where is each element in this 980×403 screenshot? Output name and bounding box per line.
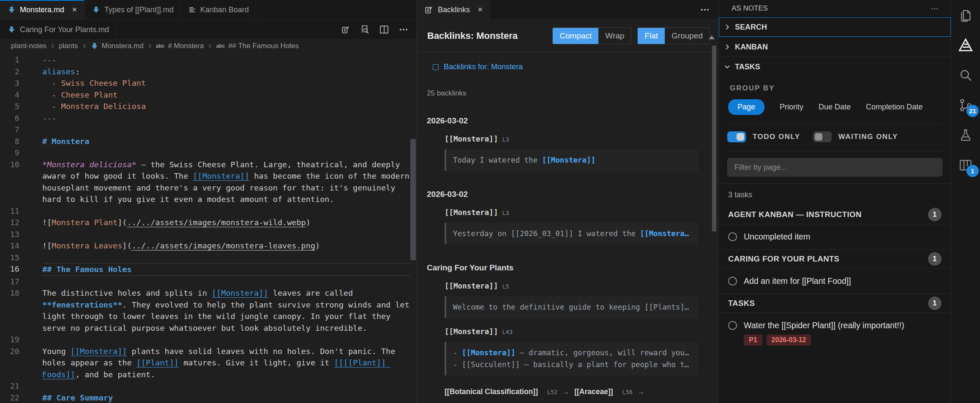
code-line-16[interactable]: 16## The Famous Holes (0, 263, 416, 276)
line-number: 10 (0, 159, 19, 205)
backlinks-for-link[interactable]: Backlinks for: Monstera (433, 63, 708, 71)
breadcrumb-item-monstera-md[interactable]: Monstera.md (102, 42, 144, 50)
code-line-8[interactable]: 8# Monstera (0, 136, 416, 147)
backlink-item[interactable]: [[Monstera]]L43 (445, 327, 708, 336)
close-icon[interactable]: ✕ (72, 6, 77, 14)
backlink-item[interactable]: [[Monstera]]L5 (445, 282, 708, 290)
toggle-todo-only[interactable] (727, 131, 746, 142)
source-control-graph-icon[interactable]: 21 (956, 96, 975, 114)
code-line-2[interactable]: 2aliases: (0, 66, 416, 78)
as-notes-logo[interactable] (956, 36, 975, 54)
code-line-20[interactable]: 20Young [[Monstera]] plants have solid l… (0, 346, 416, 381)
code-line-12[interactable]: 12![Monstera Plant](../../assets/images/… (0, 217, 416, 229)
task-item[interactable]: Water the [[Spider Plant]] (really impor… (719, 313, 951, 348)
backlink-item[interactable]: [[Monstera]]L3 (445, 135, 708, 143)
toggle-compact[interactable]: Compact (553, 28, 598, 44)
code-line-19[interactable]: 19 (0, 334, 416, 346)
code-line-15[interactable]: 15 (0, 252, 416, 264)
code-line-17[interactable]: 17 (0, 276, 416, 288)
tab-kanban-board[interactable]: Kanban Board (181, 0, 256, 19)
split-editor-icon[interactable] (379, 25, 389, 35)
wikilink[interactable]: [[Monstera]] (212, 289, 268, 297)
tab-row-2: Caring For Your Plants.md (0, 20, 416, 40)
editor-content[interactable]: 1---2aliases:3 - Swiss Cheese Plant4 - C… (0, 52, 416, 403)
tab-monstera-md[interactable]: Monstera.md✕ (0, 0, 85, 19)
wikilink[interactable]: [[Monstera]] (193, 172, 249, 180)
section-search[interactable]: SEARCH (719, 17, 951, 37)
flask-icon[interactable] (956, 126, 975, 144)
task-checkbox-icon[interactable] (728, 277, 737, 286)
breadcrumb-item-monstera[interactable]: # Monstera (168, 42, 204, 50)
backlink-item[interactable]: [[Monstera]]L3 (445, 208, 708, 217)
scroll-up-arrow-icon[interactable] (709, 35, 715, 39)
toggle-flat[interactable]: Flat (638, 28, 665, 44)
breadcrumb-item-plants[interactable]: plants (59, 42, 78, 50)
task-item[interactable]: Add an item for [[Plant Food]] (719, 269, 951, 289)
line-number: 4 (0, 89, 19, 101)
group-by-due-date[interactable]: Due Date (819, 103, 851, 112)
toggle-grouped[interactable]: Grouped (665, 28, 710, 44)
group-by-priority[interactable]: Priority (780, 103, 803, 112)
backlink-chain[interactable]: [[Botanical Classification]]L52→[[Aracea… (445, 387, 708, 396)
line-number: 12 (0, 217, 19, 229)
search-icon[interactable] (956, 66, 975, 84)
task-checkbox-icon[interactable] (728, 321, 737, 330)
search-editor-icon[interactable] (360, 25, 370, 35)
chevron-right-icon (207, 44, 213, 49)
code-line-13[interactable]: 13 (0, 229, 416, 240)
breadcrumb-item-plant-notes[interactable]: plant-notes (11, 42, 46, 50)
backlink-quote[interactable]: Welcome to the definitive guide to keepi… (445, 296, 698, 318)
line-number: 11 (0, 205, 19, 217)
code-line-9[interactable]: 9 (0, 147, 416, 159)
task-groups: 3 tasks AGENT KANBAN — INSTRUCTION1Uncom… (719, 183, 951, 403)
markdown-icon (8, 6, 16, 14)
filter-input[interactable] (727, 158, 942, 177)
group-by-completion-date[interactable]: Completion Date (866, 103, 923, 112)
more-actions-icon[interactable]: ⋯ (931, 4, 938, 13)
breadcrumb-item-the-famous-holes[interactable]: ## The Famous Holes (228, 42, 299, 50)
task-item[interactable]: Uncompleted item (719, 224, 951, 245)
line-number: 14 (0, 240, 19, 252)
toggle-label-todo-only: TODO ONLY (753, 133, 800, 141)
backlinks-scrollbar[interactable] (712, 46, 716, 231)
editor-scrollbar[interactable] (410, 139, 416, 260)
kanban-icon (188, 6, 196, 14)
code-line-6[interactable]: 6--- (0, 112, 416, 124)
backlink-quote[interactable]: Yesterday on [[2026_03_01]] I watered th… (445, 223, 698, 245)
code-line-1[interactable]: 1--- (0, 54, 416, 66)
code-line-3[interactable]: 3 - Swiss Cheese Plant (0, 77, 416, 89)
close-icon[interactable]: ✕ (478, 6, 483, 14)
chevron-right-icon-lg (724, 44, 731, 50)
code-line-4[interactable]: 4 - Cheese Plant (0, 89, 416, 101)
backlink-quote[interactable]: Today I watered the [[Monstera]] (445, 149, 698, 171)
toggle-wrap[interactable]: Wrap (598, 28, 631, 44)
kanban-view-icon[interactable]: 1 (956, 156, 975, 174)
count-badge: 1 (928, 252, 942, 266)
toggle-waiting-only[interactable] (813, 131, 832, 142)
code-line-11[interactable]: 11 (0, 205, 416, 217)
chevron-right-icon (82, 44, 87, 49)
backlinks-icon[interactable] (341, 25, 350, 34)
tab-types-of-plant-md[interactable]: Types of [[Plant]].md (85, 0, 181, 19)
code-line-22[interactable]: 22## Care Summary (0, 392, 416, 403)
section-tasks[interactable]: TASKS (719, 57, 951, 76)
code-line-14[interactable]: 14![Monstera Leaves](../../assets/images… (0, 240, 416, 252)
markdown-icon (8, 26, 16, 34)
more-actions-icon[interactable] (700, 0, 718, 19)
more-icon[interactable] (399, 25, 409, 35)
wikilink[interactable]: [[Monstera]] (71, 347, 127, 356)
tab-caring-for-your-plants-md[interactable]: Caring For Your Plants.md (0, 20, 116, 39)
pages-icon[interactable] (956, 6, 975, 25)
task-checkbox-icon[interactable] (728, 232, 737, 241)
group-by-page[interactable]: Page (728, 99, 764, 115)
backlink-quote[interactable]: - [[Monstera]] — dramatic, gorgeous, wil… (445, 342, 698, 376)
task-toggles: TODO ONLYWAITING ONLY (727, 131, 942, 142)
code-line-7[interactable]: 7 (0, 124, 416, 136)
wikilink[interactable]: [[Plant]] (136, 358, 179, 367)
code-line-10[interactable]: 10*Monstera deliciosa* — the Swiss Chees… (0, 159, 416, 205)
code-line-18[interactable]: 18The distinctive holes and splits in [[… (0, 287, 416, 334)
code-line-21[interactable]: 21 (0, 380, 416, 392)
section-kanban[interactable]: KANBAN (719, 37, 951, 57)
code-line-5[interactable]: 5 - Monstera Deliciosa (0, 101, 416, 112)
tab-backlinks[interactable]: Backlinks✕ (417, 0, 490, 19)
